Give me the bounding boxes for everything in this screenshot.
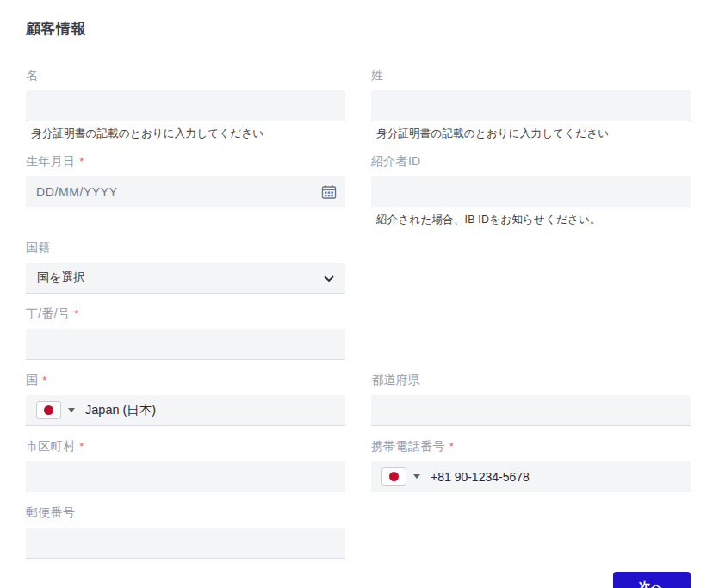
calendar-icon[interactable] xyxy=(321,184,337,200)
required-asterisk: * xyxy=(42,374,46,387)
city-input[interactable] xyxy=(26,461,345,492)
empty-cell xyxy=(371,505,691,559)
field-last-name: 姓 身分証明書の記載のとおりに入力してください xyxy=(371,68,691,141)
row-country-prefecture: 国 * Japan (日本) 都道府県 xyxy=(26,373,691,426)
nationality-select[interactable]: 国を選択 xyxy=(26,263,345,294)
row-birth-referrer: 生年月日 * xyxy=(26,154,691,227)
field-first-name: 名 身分証明書の記載のとおりに入力してください xyxy=(26,68,345,141)
country-flag-selector[interactable] xyxy=(36,401,75,419)
mobile-label: 携帯電話番号 * xyxy=(371,439,691,455)
row-city-mobile: 市区町村 * 携帯電話番号 * xyxy=(26,439,691,492)
field-referrer-id: 紹介者ID 紹介された場合、IB IDをお知らせください。 xyxy=(371,154,691,227)
postal-code-input[interactable] xyxy=(26,528,345,559)
field-country: 国 * Japan (日本) xyxy=(26,373,345,426)
country-value: Japan (日本) xyxy=(85,402,156,418)
field-mobile: 携帯電話番号 * xyxy=(371,439,691,492)
mobile-input-wrap xyxy=(371,461,691,492)
last-name-input[interactable] xyxy=(371,90,691,121)
first-name-helper: 身分証明書の記載のとおりに入力してください xyxy=(31,127,345,141)
required-asterisk: * xyxy=(79,155,84,168)
referrer-id-helper: 紹介された場合、IB IDをお知らせください。 xyxy=(376,213,691,227)
actions-row: 次へ xyxy=(26,572,691,588)
required-asterisk: * xyxy=(79,440,84,453)
nationality-label: 国籍 xyxy=(26,240,345,256)
required-asterisk: * xyxy=(74,307,78,320)
postal-code-label: 郵便番号 xyxy=(26,505,345,521)
referrer-id-label: 紹介者ID xyxy=(371,154,691,170)
customer-info-form: 顧客情報 名 身分証明書の記載のとおりに入力してください 姓 身分証明書の記載の… xyxy=(0,0,719,588)
chevron-down-icon xyxy=(324,271,334,285)
field-birth-date: 生年月日 * xyxy=(26,154,345,227)
caret-down-icon xyxy=(68,408,75,412)
page-title: 顧客情報 xyxy=(26,19,691,39)
empty-cell xyxy=(371,306,691,360)
referrer-id-input[interactable] xyxy=(371,176,691,207)
japan-flag-icon xyxy=(381,467,406,486)
field-city: 市区町村 * xyxy=(26,439,345,492)
field-nationality: 国籍 国を選択 xyxy=(26,240,345,294)
row-street: 丁/番/号 * xyxy=(26,306,691,360)
field-postal-code: 郵便番号 xyxy=(26,505,345,559)
empty-cell xyxy=(371,240,691,294)
caret-down-icon xyxy=(413,474,420,479)
row-name: 名 身分証明書の記載のとおりに入力してください 姓 身分証明書の記載のとおりに入… xyxy=(26,68,691,141)
city-label: 市区町村 * xyxy=(26,439,345,455)
field-street: 丁/番/号 * xyxy=(26,306,345,360)
field-prefecture: 都道府県 xyxy=(371,373,691,426)
row-postal: 郵便番号 xyxy=(26,505,691,559)
street-input[interactable] xyxy=(26,329,345,360)
required-asterisk: * xyxy=(449,440,454,453)
header-divider xyxy=(26,53,691,53)
first-name-label: 名 xyxy=(26,68,345,84)
prefecture-label: 都道府県 xyxy=(371,373,691,388)
country-label: 国 * xyxy=(26,373,345,388)
last-name-label: 姓 xyxy=(371,68,691,84)
prefecture-input[interactable] xyxy=(371,395,691,426)
first-name-input[interactable] xyxy=(26,90,345,121)
birth-date-input[interactable] xyxy=(26,176,345,207)
mobile-input[interactable] xyxy=(431,470,680,484)
street-label: 丁/番/号 * xyxy=(26,306,345,322)
row-nationality: 国籍 国を選択 xyxy=(26,240,691,294)
country-input[interactable]: Japan (日本) xyxy=(26,395,345,426)
nationality-selected-value: 国を選択 xyxy=(37,270,85,286)
birth-date-wrap xyxy=(26,176,345,207)
japan-flag-icon xyxy=(36,401,61,419)
mobile-flag-selector[interactable] xyxy=(381,467,420,486)
birth-date-label: 生年月日 * xyxy=(26,154,345,170)
last-name-helper: 身分証明書の記載のとおりに入力してください xyxy=(376,127,691,141)
next-button[interactable]: 次へ xyxy=(613,572,691,588)
